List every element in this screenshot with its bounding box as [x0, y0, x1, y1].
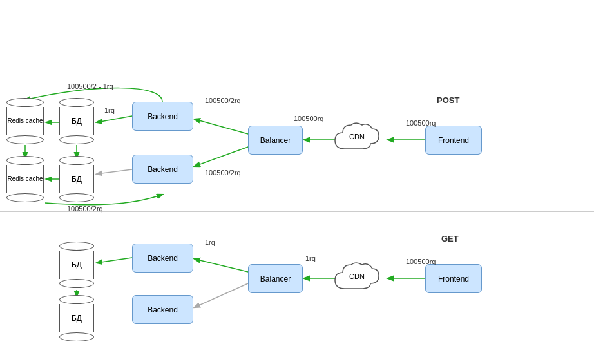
balancer-top: Balancer: [248, 126, 303, 155]
get-cdn-label: 1rq: [305, 254, 316, 262]
redis-cache-bottom-label: Redis cache: [7, 175, 43, 183]
get-frontend-req-label: 100500rq: [406, 258, 436, 265]
svg-line-2: [195, 119, 248, 134]
svg-line-12: [195, 259, 248, 272]
frontend-top: Frontend: [425, 126, 482, 155]
svg-line-14: [97, 258, 132, 263]
svg-line-4: [97, 116, 132, 122]
backend-bottom-get-label: Backend: [148, 305, 178, 314]
frontend-get-label: Frontend: [438, 274, 469, 283]
cdn-top: CDN: [329, 113, 387, 158]
redis-cache-bottom: Redis cache: [5, 156, 45, 202]
svg-text:CDN: CDN: [349, 273, 365, 280]
get-title: GET: [441, 234, 459, 244]
db-bottom-left: БД: [58, 156, 95, 202]
svg-line-5: [97, 169, 132, 174]
backend-top-get: Backend: [132, 244, 193, 273]
backend-top-get-label: Backend: [148, 254, 178, 263]
svg-line-3: [195, 147, 248, 166]
db-bottom-get: БД: [58, 295, 95, 341]
post-title: POST: [437, 95, 459, 105]
db-top-get-label: БД: [72, 260, 82, 269]
balancer-top-label: Balancer: [260, 136, 291, 145]
get-backend-label: 1rq: [205, 238, 215, 246]
balancer-get-label: Balancer: [260, 274, 291, 283]
frontend-get: Frontend: [425, 264, 482, 293]
redis-cache-top: Redis cache: [5, 98, 45, 144]
bal-to-back-top-label: 100500/2rq: [205, 97, 241, 104]
svg-text:CDN: CDN: [349, 133, 365, 140]
cdn-get: CDN: [329, 253, 387, 298]
bottom-loop-label: 100500/2rq: [67, 205, 103, 213]
svg-line-13: [195, 283, 248, 307]
db-bottom-left-label: БД: [72, 175, 82, 184]
frontend-top-label: Frontend: [438, 136, 469, 145]
backend-bottom-get: Backend: [132, 295, 193, 324]
top-loop-label: 100500/2 - 1rq: [67, 82, 113, 90]
backend-top: Backend: [132, 102, 193, 131]
backend-bottom: Backend: [132, 155, 193, 184]
balancer-get: Balancer: [248, 264, 303, 293]
cdn-to-balancer-label: 100500rq: [294, 115, 324, 122]
db-top-get: БД: [58, 242, 95, 288]
frontend-req-label: 100500rq: [406, 119, 436, 127]
backend-top-label: Backend: [148, 112, 178, 121]
diagram-container: Redis cache Redis cache БД БД Backend Ba…: [0, 0, 594, 364]
back-to-db-top-label: 1rq: [104, 106, 115, 114]
db-top-left: БД: [58, 98, 95, 144]
backend-bottom-label: Backend: [148, 165, 178, 174]
db-top-left-label: БД: [72, 117, 82, 126]
db-bottom-get-label: БД: [72, 314, 82, 323]
bal-to-back-bottom-label: 100500/2rq: [205, 169, 241, 177]
redis-cache-top-label: Redis cache: [7, 117, 43, 125]
